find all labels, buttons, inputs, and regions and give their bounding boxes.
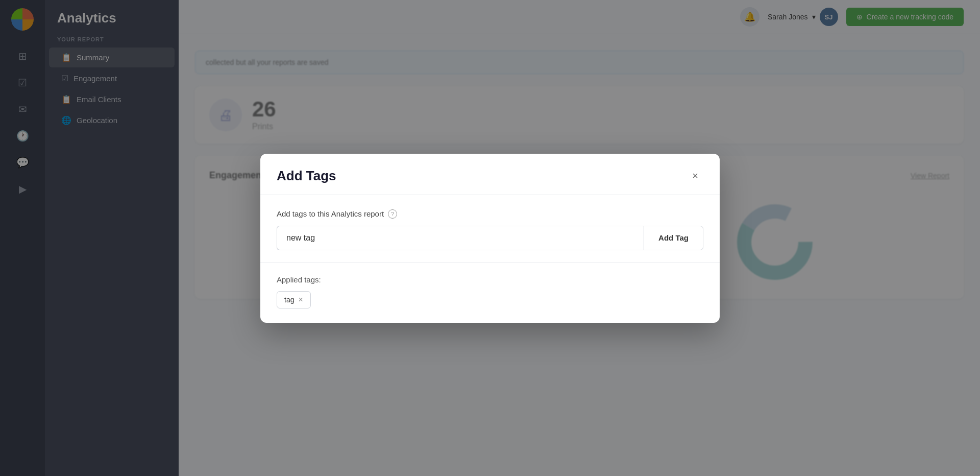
- modal-header: Add Tags ×: [260, 154, 720, 195]
- tag-input-row: Add Tag: [277, 226, 703, 250]
- add-tag-button[interactable]: Add Tag: [644, 226, 703, 250]
- tag-input[interactable]: [277, 226, 644, 250]
- modal-divider: [260, 263, 720, 263]
- modal-title: Add Tags: [277, 168, 336, 184]
- modal-close-button[interactable]: ×: [687, 168, 703, 184]
- tag-chip-remove-button[interactable]: ×: [298, 296, 303, 304]
- modal-help-icon[interactable]: ?: [388, 209, 397, 219]
- tag-chip: tag ×: [277, 291, 311, 308]
- applied-tags-label: Applied tags:: [277, 275, 703, 284]
- tag-chip-label: tag: [284, 296, 294, 304]
- modal-section-title: Add tags to this Analytics report ?: [277, 209, 703, 219]
- modal-overlay[interactable]: Add Tags × Add tags to this Analytics re…: [0, 0, 980, 476]
- tags-area: tag ×: [277, 291, 703, 308]
- add-tags-modal: Add Tags × Add tags to this Analytics re…: [260, 154, 720, 323]
- modal-body: Add tags to this Analytics report ? Add …: [260, 195, 720, 323]
